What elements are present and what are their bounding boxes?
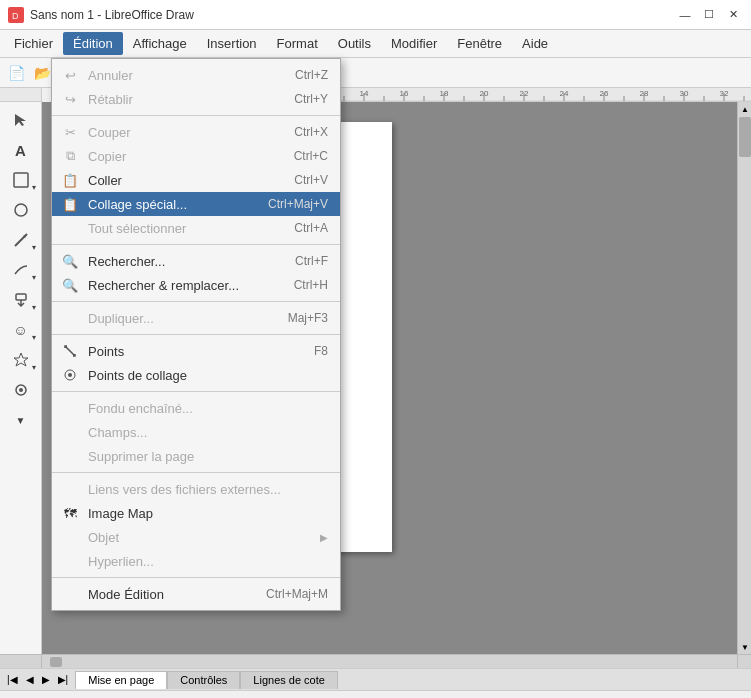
menu-collage-special[interactable]: 📋 Collage spécial... Ctrl+Maj+V	[52, 192, 340, 216]
glue-points-icon	[60, 365, 80, 385]
ruler-corner	[0, 88, 42, 102]
menu-hyperlien: Hyperlien...	[52, 549, 340, 573]
menu-supprimer-page: Supprimer la page	[52, 444, 340, 468]
menu-format[interactable]: Format	[267, 32, 328, 55]
tool-gluepoint[interactable]	[5, 376, 37, 404]
sep-4	[52, 334, 340, 335]
tool-select[interactable]	[5, 106, 37, 134]
menu-affichage[interactable]: Affichage	[123, 32, 197, 55]
sep-6	[52, 472, 340, 473]
tab-prev-button[interactable]: ◀	[23, 674, 37, 685]
submenu-arrow: ▶	[320, 532, 328, 543]
scroll-track-v[interactable]	[738, 116, 751, 640]
menu-modifier[interactable]: Modifier	[381, 32, 447, 55]
svg-text:20: 20	[480, 89, 489, 98]
menu-rechercher-remplacer[interactable]: 🔍 Rechercher & remplacer... Ctrl+H	[52, 273, 340, 297]
search-replace-icon: 🔍	[60, 275, 80, 295]
menu-image-map[interactable]: 🗺 Image Map	[52, 501, 340, 525]
tool-ellipse[interactable]	[5, 196, 37, 224]
tool-shapes[interactable]	[5, 166, 37, 194]
svg-point-64	[68, 373, 72, 377]
svg-rect-59	[16, 294, 26, 300]
menu-liens: Liens vers des fichiers externes...	[52, 477, 340, 501]
tool-connector[interactable]	[5, 256, 37, 284]
tool-callout[interactable]: ☺	[5, 316, 37, 344]
svg-point-62	[19, 388, 23, 392]
menu-dupliquer: Dupliquer... Maj+F3	[52, 306, 340, 330]
menu-copier: ⧉ Copier Ctrl+C	[52, 144, 340, 168]
svg-text:26: 26	[600, 89, 609, 98]
copy-icon: ⧉	[60, 146, 80, 166]
scroll-corner	[0, 655, 42, 668]
titlebar-left: D Sans nom 1 - LibreOffice Draw	[8, 7, 194, 23]
new-button[interactable]: 📄	[4, 61, 28, 85]
menu-points[interactable]: Points F8	[52, 339, 340, 363]
tab-first-button[interactable]: |◀	[4, 674, 21, 685]
tool-star[interactable]	[5, 346, 37, 374]
scroll-thumb-v[interactable]	[739, 117, 751, 157]
titlebar: D Sans nom 1 - LibreOffice Draw — ☐ ✕	[0, 0, 751, 30]
search-icon: 🔍	[60, 251, 80, 271]
tab-mise-en-page[interactable]: Mise en page	[75, 671, 167, 689]
svg-rect-55	[14, 173, 28, 187]
svg-point-56	[15, 204, 27, 216]
tool-scroll-down[interactable]: ▼	[5, 406, 37, 434]
tool-text[interactable]: A	[5, 136, 37, 164]
scroll-h-right	[737, 655, 751, 668]
svg-text:32: 32	[720, 89, 729, 98]
svg-text:22: 22	[520, 89, 529, 98]
titlebar-controls: — ☐ ✕	[675, 7, 743, 23]
scroll-up-button[interactable]: ▲	[738, 102, 751, 116]
sep-2	[52, 244, 340, 245]
menu-champs: Champs...	[52, 420, 340, 444]
tool-line[interactable]	[5, 226, 37, 254]
tab-nav: |◀ ◀ ▶ ▶|	[4, 674, 71, 685]
menu-outils[interactable]: Outils	[328, 32, 381, 55]
menu-couper: ✂ Couper Ctrl+X	[52, 120, 340, 144]
svg-text:18: 18	[440, 89, 449, 98]
tool-flowchart[interactable]	[5, 286, 37, 314]
menu-objet: Objet ▶	[52, 525, 340, 549]
paste-special-icon: 📋	[60, 194, 80, 214]
minimize-button[interactable]: —	[675, 7, 695, 23]
sidebar-tools: A ☺ ▼	[0, 102, 42, 654]
undo-icon: ↩	[60, 65, 80, 85]
edition-dropdown-menu: ↩ Annuler Ctrl+Z ↪ Rétablir Ctrl+Y ✂ Cou…	[51, 58, 341, 611]
app-icon: D	[8, 7, 24, 23]
svg-text:24: 24	[560, 89, 569, 98]
tab-last-button[interactable]: ▶|	[55, 674, 72, 685]
scrollbar-h-container	[0, 654, 751, 668]
menu-points-collage[interactable]: Points de collage	[52, 363, 340, 387]
imagemap-icon: 🗺	[60, 503, 80, 523]
sep-5	[52, 391, 340, 392]
svg-text:D: D	[12, 11, 19, 21]
scroll-down-button[interactable]: ▼	[738, 640, 751, 654]
tab-controles[interactable]: Contrôles	[167, 671, 240, 689]
menu-mode-edition[interactable]: Mode Édition Ctrl+Maj+M	[52, 582, 340, 606]
tab-lignes-cote[interactable]: Lignes de cote	[240, 671, 338, 689]
svg-text:16: 16	[400, 89, 409, 98]
scroll-thumb-h[interactable]	[50, 657, 62, 667]
svg-text:30: 30	[680, 89, 689, 98]
menu-fenetre[interactable]: Fenêtre	[447, 32, 512, 55]
scrollbar-vertical: ▲ ▼	[737, 102, 751, 654]
scrollbar-horizontal[interactable]	[42, 655, 737, 668]
sep-7	[52, 577, 340, 578]
redo-icon: ↪	[60, 89, 80, 109]
points-icon	[60, 341, 80, 361]
maximize-button[interactable]: ☐	[699, 7, 719, 23]
menu-coller[interactable]: 📋 Coller Ctrl+V	[52, 168, 340, 192]
sep-3	[52, 301, 340, 302]
svg-text:14: 14	[360, 89, 369, 98]
statusbar: Diapo 1 de 1 Standard ⊕ -3,83 / -1,60 0,…	[0, 690, 751, 698]
menu-fichier[interactable]: Fichier	[4, 32, 63, 55]
menu-rechercher[interactable]: 🔍 Rechercher... Ctrl+F	[52, 249, 340, 273]
tabbar: |◀ ◀ ▶ ▶| Mise en page Contrôles Lignes …	[0, 668, 751, 690]
tab-next-button[interactable]: ▶	[39, 674, 53, 685]
menu-tout-selectionner: Tout sélectionner Ctrl+A	[52, 216, 340, 240]
menu-aide[interactable]: Aide	[512, 32, 558, 55]
paste-icon: 📋	[60, 170, 80, 190]
menu-insertion[interactable]: Insertion	[197, 32, 267, 55]
close-button[interactable]: ✕	[723, 7, 743, 23]
menu-edition[interactable]: Édition	[63, 32, 123, 55]
